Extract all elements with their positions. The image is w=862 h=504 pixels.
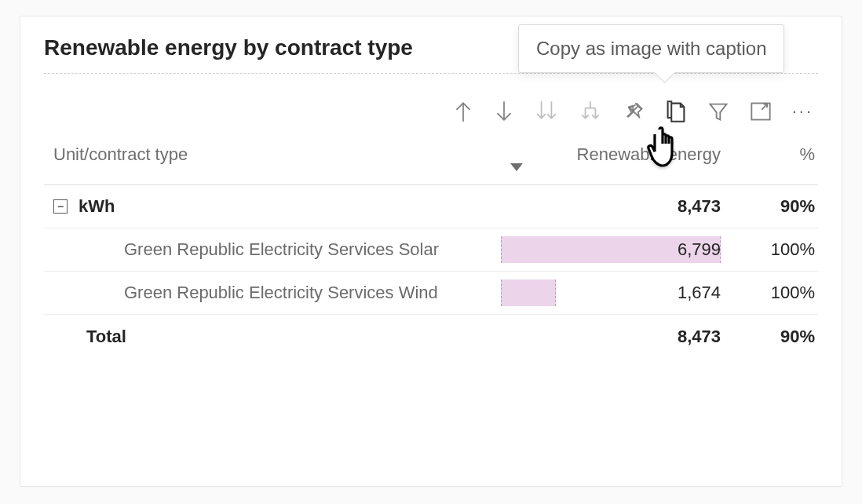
more-options-icon[interactable]: ··· xyxy=(792,101,813,122)
col-header-unit[interactable]: Unit/contract type xyxy=(53,144,501,165)
sort-descending-icon[interactable] xyxy=(510,160,523,174)
total-energy: 8,473 xyxy=(501,327,721,347)
row-energy: 1,674 xyxy=(678,283,721,303)
tooltip-copy-image: Copy as image with caption xyxy=(518,24,784,73)
group-label: kWh xyxy=(79,196,115,217)
collapse-toggle-icon[interactable]: − xyxy=(53,199,68,214)
expand-next-level-icon[interactable] xyxy=(579,100,602,123)
table-header-row: Unit/contract type Renewable energy % xyxy=(44,124,818,185)
total-label: Total xyxy=(53,327,501,347)
total-pct: 90% xyxy=(721,327,815,347)
row-energy: 6,799 xyxy=(678,239,721,260)
visual-toolbar: ··· xyxy=(453,100,813,123)
row-label: Green Republic Electricity Services Wind xyxy=(124,283,438,303)
data-table: Unit/contract type Renewable energy % − … xyxy=(44,124,818,359)
tooltip-text: Copy as image with caption xyxy=(536,38,766,59)
pin-icon[interactable] xyxy=(623,100,645,122)
toolbar-divider xyxy=(44,73,818,74)
col-header-pct[interactable]: % xyxy=(721,144,815,165)
group-pct: 90% xyxy=(721,196,815,217)
focus-mode-icon[interactable] xyxy=(750,101,772,122)
visual-card: Copy as image with caption Renewable ene… xyxy=(20,16,842,487)
data-bar xyxy=(501,279,556,306)
col-header-energy[interactable]: Renewable energy xyxy=(501,144,721,165)
drill-up-icon[interactable] xyxy=(453,100,473,123)
row-pct: 100% xyxy=(771,283,815,302)
filter-icon[interactable] xyxy=(707,100,729,122)
row-pct: 100% xyxy=(771,239,815,259)
row-label: Green Republic Electricity Services Sola… xyxy=(124,239,439,260)
group-row-kwh[interactable]: − kWh 8,473 90% xyxy=(44,185,818,228)
group-energy: 8,473 xyxy=(501,196,721,217)
drill-down-all-icon[interactable] xyxy=(535,100,558,123)
table-row[interactable]: Green Republic Electricity Services Wind… xyxy=(44,272,818,315)
drill-down-one-icon[interactable] xyxy=(494,100,514,123)
total-row: Total 8,473 90% xyxy=(44,315,818,359)
copy-icon[interactable] xyxy=(665,100,687,123)
table-row[interactable]: Green Republic Electricity Services Sola… xyxy=(44,228,818,272)
